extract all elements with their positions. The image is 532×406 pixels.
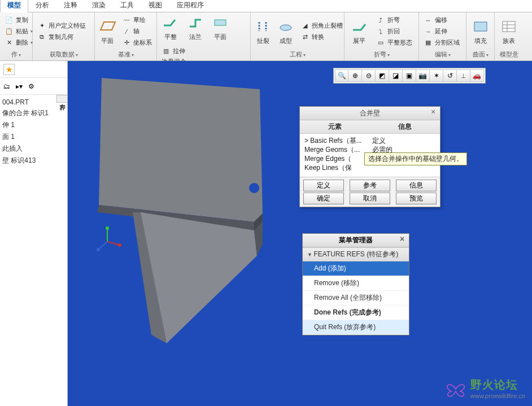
sketch-label: 草绘: [133, 16, 146, 24]
tree-item[interactable]: 像的合并 标识1: [2, 107, 65, 119]
menu-item-done[interactable]: Done Refs (完成参考): [303, 305, 409, 320]
tab-app[interactable]: 应用程序: [169, 0, 211, 12]
saved-view-button[interactable]: ▣: [403, 69, 416, 82]
menu-item-add[interactable]: Add (添加): [303, 261, 409, 276]
row-key[interactable]: > Basic Refs（基...: [304, 136, 372, 145]
col-info: 信息: [370, 120, 440, 133]
zoom-fit-button[interactable]: 🔍: [335, 69, 348, 82]
form-button[interactable]: 成型: [277, 18, 295, 45]
tab-model[interactable]: 模型: [0, 0, 28, 12]
svg-marker-0: [101, 22, 115, 30]
copy-button[interactable]: 📄复制: [3, 15, 34, 25]
unbend-button[interactable]: ⤵折回: [375, 27, 413, 37]
table-icon: [500, 18, 518, 36]
tab-render[interactable]: 渲染: [85, 0, 113, 12]
planar-button[interactable]: 平面: [210, 14, 230, 41]
cancel-button[interactable]: 取消: [350, 193, 390, 204]
tree-item[interactable]: 伸 1: [2, 119, 65, 131]
row-key[interactable]: Merge Geoms（...: [304, 145, 372, 154]
corner-icon: ◢: [300, 21, 309, 30]
tab-tools[interactable]: 工具: [113, 0, 141, 12]
svg-line-19: [98, 242, 107, 250]
flatform-button[interactable]: ▭平整形态: [375, 38, 413, 48]
refit-button[interactable]: ◩: [376, 69, 389, 82]
corner-relief-button[interactable]: ◢拐角止裂槽: [299, 21, 344, 31]
ribbon-group-datum: 平面 〰草绘 ∕轴 ✛坐标系 基准: [95, 12, 157, 60]
zoom-out-button[interactable]: ⊖: [362, 69, 376, 82]
spin-button[interactable]: ↺: [443, 69, 457, 82]
svg-rect-4: [503, 21, 515, 32]
zoom-in-button[interactable]: ⊕: [348, 69, 362, 82]
udf-button[interactable]: ✦用户定义特征: [36, 21, 87, 31]
plane-button[interactable]: 平面: [98, 18, 116, 45]
axis-button[interactable]: ∕轴: [121, 27, 153, 37]
svg-point-20: [97, 248, 100, 251]
side-tab-customer[interactable]: 客户: [56, 95, 68, 103]
row-key[interactable]: Keep Lines（保: [304, 163, 372, 172]
tab-view[interactable]: 视图: [141, 0, 169, 12]
flat-button[interactable]: 平整: [160, 14, 181, 41]
fill-label: 填充: [474, 37, 487, 45]
fill-button[interactable]: 填充: [470, 18, 491, 45]
delete-button[interactable]: ✕删除▾: [3, 38, 34, 48]
car-icon-button[interactable]: 🚗: [470, 69, 484, 82]
screenshot-button[interactable]: 📷: [416, 69, 430, 82]
close-icon[interactable]: ×: [429, 108, 438, 117]
offset-button[interactable]: ↔偏移: [422, 15, 461, 25]
watermark: 野火论坛 www.proewildfire.cn: [444, 377, 525, 399]
menu-item-remove[interactable]: Remove (移除): [303, 276, 409, 291]
settings-dd[interactable]: ▸▾: [16, 82, 23, 90]
display-style-button[interactable]: ✶: [430, 69, 443, 82]
menu-manager-dialog: 菜单管理器 × FEATURE REFS (特征参考) Add (添加) Rem…: [302, 233, 409, 335]
split-button[interactable]: ▦分割区域: [422, 38, 461, 48]
flatten-button[interactable]: 展平: [348, 18, 370, 45]
convert-button[interactable]: ⇄转换: [299, 32, 344, 42]
svg-rect-3: [474, 22, 487, 31]
sketch-button[interactable]: 〰草绘: [121, 15, 153, 25]
tooltip: 选择合并操作中的基础壁几何。: [364, 152, 467, 165]
refs-button[interactable]: 参考: [350, 180, 390, 191]
define-button[interactable]: 定义: [303, 180, 344, 191]
tree-item[interactable]: 004.PRT: [2, 97, 65, 107]
flange-button[interactable]: 法兰: [185, 14, 206, 41]
main-area: ★ 🗂 ▸▾ ⚙ 004.PRT 像的合并 标识1 伸 1 面 1 此插入 壁 …: [0, 61, 532, 406]
menu-section-head[interactable]: FEATURE REFS (特征参考): [303, 247, 409, 261]
svg-point-14: [249, 183, 259, 193]
copy-icon: 📄: [5, 16, 14, 25]
star-icon[interactable]: ★: [3, 64, 15, 75]
preview-button[interactable]: 预览: [396, 193, 437, 204]
rip-icon: [254, 18, 272, 36]
paste-button[interactable]: 📋粘贴▾: [3, 27, 34, 37]
tab-analysis[interactable]: 分析: [28, 0, 56, 12]
extend-button[interactable]: →延伸: [422, 27, 461, 37]
csys-icon: ✛: [122, 38, 131, 47]
flatten-icon: [350, 18, 368, 36]
group-label-ops: 作: [3, 49, 29, 60]
row-key[interactable]: Merge Edges（: [304, 154, 372, 163]
ok-button[interactable]: 确定: [303, 193, 344, 204]
tree-item[interactable]: 面 1: [2, 131, 65, 143]
menu-item-quit[interactable]: Quit Refs (放弃参考): [303, 320, 409, 335]
menu-item-remove-all[interactable]: Remove All (全部移除): [303, 291, 409, 305]
perspective-button[interactable]: ⟂: [457, 69, 470, 82]
model-tree[interactable]: 004.PRT 像的合并 标识1 伸 1 面 1 此插入 壁 标识413: [0, 95, 67, 169]
delete-icon: ✕: [5, 38, 14, 47]
3d-viewport[interactable]: 🔍 ⊕ ⊖ ◩ ◪ ▣ 📷 ✶ ↺ ⟂ 🚗 合并壁 × 元素 信息 > Basi…: [68, 61, 532, 406]
bend-button[interactable]: ⤴折弯: [375, 15, 413, 25]
rip-button[interactable]: 扯裂: [254, 18, 272, 45]
info-button[interactable]: 信息: [396, 180, 437, 191]
close-icon[interactable]: ×: [398, 235, 407, 244]
extrude-button[interactable]: ▥拉伸: [160, 46, 187, 56]
tree-icon[interactable]: 🗂: [3, 82, 10, 90]
left-toolbar1: ★: [0, 61, 67, 78]
tab-annotate[interactable]: 注释: [56, 0, 85, 12]
tree-item[interactable]: 此插入: [2, 143, 65, 155]
svg-line-17: [107, 242, 120, 245]
unbend-label: 折回: [387, 27, 400, 36]
orient-button[interactable]: ◪: [389, 69, 403, 82]
copygeom-button[interactable]: ⧉复制几何: [36, 32, 87, 42]
csys-button[interactable]: ✛坐标系: [121, 38, 153, 48]
filter-icon[interactable]: ⚙: [28, 82, 34, 90]
tree-item[interactable]: 壁 标识413: [2, 155, 65, 167]
family-button[interactable]: 族表: [498, 18, 520, 45]
